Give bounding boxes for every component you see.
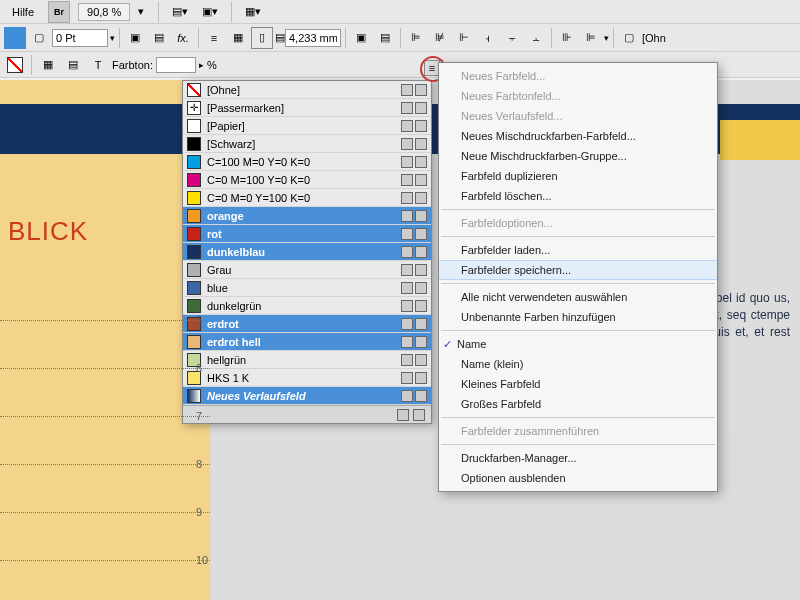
none-label: [Ohn: [642, 32, 666, 44]
align-icon[interactable]: ⫠: [525, 27, 547, 49]
colortype-icon: [415, 156, 427, 168]
distribute-icon[interactable]: ⊫: [580, 27, 602, 49]
menu-item[interactable]: Unbenannte Farben hinzufügen: [439, 307, 717, 327]
new-swatch-icon[interactable]: [397, 409, 409, 421]
swatch-name: C=0 M=0 Y=100 K=0: [207, 192, 395, 204]
swatch-name: dunkelgrün: [207, 300, 395, 312]
align-icon[interactable]: ⊯: [429, 27, 451, 49]
align-icon[interactable]: ⊩: [453, 27, 475, 49]
text-wrap-icon[interactable]: ▦: [227, 27, 249, 49]
colortype-icon: [415, 282, 427, 294]
bridge-icon[interactable]: Br: [48, 1, 70, 23]
swatch-row[interactable]: blue: [183, 279, 431, 297]
swatch-name: [Papier]: [207, 120, 395, 132]
align-icon[interactable]: ⊫: [405, 27, 427, 49]
menu-item[interactable]: Farbfelder speichern...: [439, 260, 717, 280]
swatch-chip-icon: [187, 137, 201, 151]
menu-item[interactable]: Farbfelder laden...: [439, 240, 717, 260]
swatch-row[interactable]: dunkelgrün: [183, 297, 431, 315]
paragraph-icon[interactable]: ≡: [203, 27, 225, 49]
swatch-row[interactable]: erdrot hell: [183, 333, 431, 351]
swatch-row[interactable]: C=100 M=0 Y=0 K=0: [183, 153, 431, 171]
menu-item[interactable]: Alle nicht verwendeten auswählen: [439, 287, 717, 307]
menu-help[interactable]: Hilfe: [6, 4, 40, 20]
swatch-row[interactable]: ✛[Passermarken]: [183, 99, 431, 117]
colormode-icon: [401, 318, 413, 330]
swatch-name: HKS 1 K: [207, 372, 395, 384]
menu-item[interactable]: Neues Mischdruckfarben-Farbfeld...: [439, 126, 717, 146]
menu-item[interactable]: Großes Farbfeld: [439, 394, 717, 414]
menu-item[interactable]: Optionen ausblenden: [439, 468, 717, 488]
menu-item[interactable]: Neue Mischdruckfarben-Gruppe...: [439, 146, 717, 166]
icon[interactable]: ▤: [148, 27, 170, 49]
fill-swatch-icon[interactable]: [4, 27, 26, 49]
menu-item[interactable]: Druckfarben-Manager...: [439, 448, 717, 468]
swatch-row[interactable]: C=0 M=0 Y=100 K=0: [183, 189, 431, 207]
colormode-icon: [401, 228, 413, 240]
colormode-icon: [401, 192, 413, 204]
arrange-icon[interactable]: ▦▾: [242, 1, 264, 23]
align-icon[interactable]: ⫞: [477, 27, 499, 49]
colormode-icon: [401, 210, 413, 222]
icon[interactable]: ▤: [374, 27, 396, 49]
icon[interactable]: ▣: [124, 27, 146, 49]
icon[interactable]: ▤: [62, 54, 84, 76]
colormode-icon: [401, 156, 413, 168]
swatch-row[interactable]: rot: [183, 225, 431, 243]
swatch-row[interactable]: HKS 1 K: [183, 369, 431, 387]
colortype-icon: [415, 120, 427, 132]
swatch-meta: [401, 174, 427, 186]
swatch-name: [Passermarken]: [207, 102, 395, 114]
swatch-row[interactable]: [Papier]: [183, 117, 431, 135]
guide-line: [0, 368, 210, 369]
swatch-meta: [401, 138, 427, 150]
menu-separator: [441, 330, 715, 331]
swatch-row[interactable]: dunkelblau: [183, 243, 431, 261]
colortype-icon: [415, 246, 427, 258]
menu-item[interactable]: Kleines Farbfeld: [439, 374, 717, 394]
menu-item-label: Optionen ausblenden: [461, 472, 566, 484]
page-yellow-bar: [720, 120, 800, 160]
swatch-chip-icon: [187, 245, 201, 259]
fx-icon[interactable]: fx.: [172, 27, 194, 49]
menu-item[interactable]: Name (klein): [439, 354, 717, 374]
none-fill-icon[interactable]: [4, 54, 26, 76]
distribute-icon[interactable]: ⊪: [556, 27, 578, 49]
colormode-icon: [401, 138, 413, 150]
swatches-flyout-menu: Neues Farbfeld...Neues Farbtonfeld...Neu…: [438, 62, 718, 492]
swatch-row[interactable]: Neues Verlaufsfeld: [183, 387, 431, 405]
menu-item[interactable]: Farbfeld duplizieren: [439, 166, 717, 186]
colormode-icon: [401, 264, 413, 276]
screen-mode-icon[interactable]: ▣▾: [199, 1, 221, 23]
menu-item[interactable]: ✓Name: [439, 334, 717, 354]
columns-icon[interactable]: ▯: [251, 27, 273, 49]
type-icon[interactable]: T: [87, 54, 109, 76]
swatch-row[interactable]: [Ohne]: [183, 81, 431, 99]
view-mode-icon[interactable]: ▤▾: [169, 1, 191, 23]
zoom-display[interactable]: 90,8 %: [78, 3, 130, 21]
colortype-icon: [415, 174, 427, 186]
swatch-row[interactable]: erdrot: [183, 315, 431, 333]
swatch-row[interactable]: Grau: [183, 261, 431, 279]
tint-input[interactable]: [156, 57, 196, 73]
swatch-meta: [401, 354, 427, 366]
swatch-row[interactable]: [Schwarz]: [183, 135, 431, 153]
align-icon[interactable]: ⫟: [501, 27, 523, 49]
icon[interactable]: ▦: [37, 54, 59, 76]
colortype-icon: [415, 264, 427, 276]
menu-item-label: Farbfeld löschen...: [461, 190, 552, 202]
menu-item-label: Neues Mischdruckfarben-Farbfeld...: [461, 130, 636, 142]
swatch-row[interactable]: orange: [183, 207, 431, 225]
swatch-row[interactable]: hellgrün: [183, 351, 431, 369]
frame-icon[interactable]: ▢: [618, 27, 640, 49]
menu-item[interactable]: Farbfeld löschen...: [439, 186, 717, 206]
swatch-chip-icon: [187, 83, 201, 97]
delete-swatch-icon[interactable]: [413, 409, 425, 421]
menu-item-label: Alle nicht verwendeten auswählen: [461, 291, 627, 303]
gutter-input[interactable]: [285, 29, 341, 47]
swatch-row[interactable]: C=0 M=100 Y=0 K=0: [183, 171, 431, 189]
icon[interactable]: ▣: [350, 27, 372, 49]
colortype-icon: [415, 228, 427, 240]
stroke-weight-input[interactable]: [52, 29, 108, 47]
stroke-swatch-icon[interactable]: ▢: [28, 27, 50, 49]
